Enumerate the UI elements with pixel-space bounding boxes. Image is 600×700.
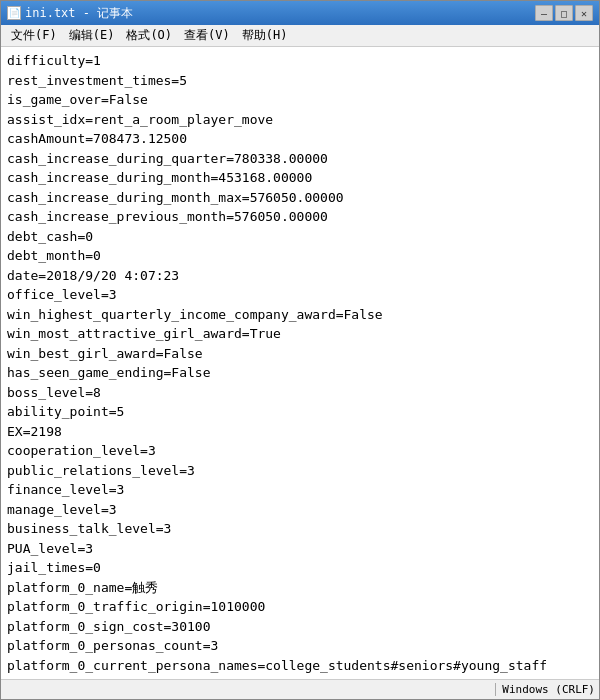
main-window: 📄 ini.txt - 记事本 — □ ✕ 文件(F) 编辑(E) 格式(O) …: [0, 0, 600, 700]
text-content: difficulty=1 rest_investment_times=5 is_…: [7, 51, 593, 679]
menu-view[interactable]: 查看(V): [178, 25, 236, 46]
text-content-area[interactable]: difficulty=1 rest_investment_times=5 is_…: [1, 47, 599, 679]
menu-help[interactable]: 帮助(H): [236, 25, 294, 46]
window-title: ini.txt - 记事本: [25, 5, 133, 22]
window-icon: 📄: [7, 6, 21, 20]
title-bar-left: 📄 ini.txt - 记事本: [7, 5, 133, 22]
menu-bar: 文件(F) 编辑(E) 格式(O) 查看(V) 帮助(H): [1, 25, 599, 47]
close-button[interactable]: ✕: [575, 5, 593, 21]
status-bar: Windows (CRLF): [1, 679, 599, 699]
maximize-button[interactable]: □: [555, 5, 573, 21]
title-bar: 📄 ini.txt - 记事本 — □ ✕: [1, 1, 599, 25]
menu-edit[interactable]: 编辑(E): [63, 25, 121, 46]
menu-format[interactable]: 格式(O): [120, 25, 178, 46]
menu-file[interactable]: 文件(F): [5, 25, 63, 46]
title-bar-buttons: — □ ✕: [535, 5, 593, 21]
encoding-status: Windows (CRLF): [495, 683, 595, 696]
minimize-button[interactable]: —: [535, 5, 553, 21]
